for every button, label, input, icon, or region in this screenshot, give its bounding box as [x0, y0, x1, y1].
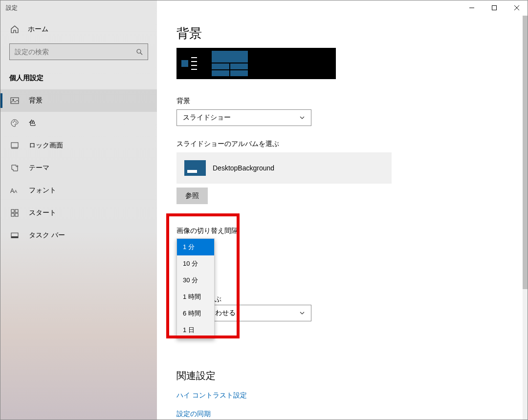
page-title: 背景 — [176, 25, 508, 42]
scrollbar-track[interactable] — [523, 16, 528, 420]
svg-rect-18 — [15, 213, 18, 216]
album-name: DesktopBackground — [213, 164, 274, 172]
home-label: ホーム — [28, 25, 48, 34]
interval-option-30min[interactable]: 30 分 — [177, 272, 214, 289]
svg-point-4 — [137, 49, 141, 53]
background-label: 背景 — [176, 97, 508, 105]
svg-rect-17 — [11, 213, 14, 216]
sidebar-item-label: 色 — [29, 119, 36, 127]
sidebar-item-background[interactable]: 背景 — [0, 89, 157, 112]
fit-label-partial: ぶ — [215, 295, 221, 304]
sync-settings-link[interactable]: 設定の同期 — [176, 410, 508, 419]
picture-icon — [10, 96, 19, 105]
album-label: スライドショーのアルバムを選ぶ — [176, 140, 508, 148]
svg-rect-15 — [11, 210, 14, 212]
album-thumbnail — [184, 160, 206, 176]
lock-screen-icon — [10, 141, 19, 150]
sidebar: ホーム 個人用設定 背景 色 ロック画面 — [0, 0, 157, 420]
interval-option-6hour[interactable]: 6 時間 — [177, 305, 214, 322]
maximize-button[interactable] — [483, 0, 506, 16]
sidebar-item-lockscreen[interactable]: ロック画面 — [0, 134, 157, 157]
svg-rect-20 — [11, 236, 18, 238]
font-icon: AA — [10, 186, 19, 195]
home-button[interactable]: ホーム — [0, 20, 157, 39]
related-settings-title: 関連設定 — [176, 369, 508, 382]
palette-icon — [10, 119, 19, 127]
svg-point-9 — [14, 121, 15, 122]
close-button[interactable] — [506, 0, 528, 16]
background-dropdown[interactable]: スライドショー — [176, 109, 311, 126]
sidebar-item-label: テーマ — [29, 164, 49, 172]
sidebar-item-label: 背景 — [29, 96, 43, 105]
titlebar: 設定 — [0, 0, 528, 16]
sidebar-item-label: スタート — [29, 209, 56, 217]
svg-rect-1 — [492, 6, 497, 10]
svg-text:A: A — [10, 188, 14, 194]
interval-option-1day[interactable]: 1 日 — [177, 322, 214, 338]
search-icon — [136, 48, 143, 55]
preview-start-icon — [181, 60, 188, 67]
category-title: 個人用設定 — [0, 65, 157, 89]
sidebar-item-fonts[interactable]: AA フォント — [0, 179, 157, 202]
sidebar-item-themes[interactable]: テーマ — [0, 157, 157, 179]
taskbar-icon — [10, 231, 19, 240]
start-icon — [10, 209, 19, 217]
chevron-down-icon — [299, 310, 305, 316]
interval-option-1hour[interactable]: 1 時間 — [177, 289, 214, 305]
scrollbar-thumb[interactable] — [523, 16, 528, 289]
sidebar-item-taskbar[interactable]: タスク バー — [0, 224, 157, 247]
svg-rect-16 — [15, 210, 18, 212]
browse-button[interactable]: 参照 — [176, 188, 208, 204]
interval-combobox-open[interactable]: 1 分 10 分 30 分 1 時間 6 時間 1 日 — [176, 238, 215, 339]
svg-text:A: A — [14, 189, 17, 194]
svg-point-7 — [13, 99, 14, 101]
interval-option-1min[interactable]: 1 分 — [177, 239, 214, 255]
window-title: 設定 — [6, 4, 18, 12]
svg-point-8 — [13, 122, 14, 123]
search-input-wrap[interactable] — [9, 43, 148, 60]
home-icon — [10, 25, 19, 34]
sidebar-item-colors[interactable]: 色 — [0, 112, 157, 134]
chevron-down-icon — [299, 115, 305, 121]
search-input[interactable] — [15, 48, 136, 56]
high-contrast-link[interactable]: ハイ コントラスト設定 — [176, 391, 508, 400]
interval-option-10min[interactable]: 10 分 — [177, 255, 214, 272]
svg-line-5 — [140, 53, 142, 55]
sidebar-item-start[interactable]: スタート — [0, 202, 157, 224]
theme-icon — [10, 164, 19, 172]
sidebar-item-label: タスク バー — [29, 231, 65, 240]
album-box[interactable]: DesktopBackground — [176, 152, 392, 184]
minimize-button[interactable] — [461, 0, 483, 16]
background-value: スライドショー — [183, 113, 231, 122]
svg-rect-11 — [11, 143, 18, 147]
sidebar-item-label: ロック画面 — [29, 141, 63, 150]
sidebar-item-label: フォント — [29, 186, 56, 195]
main-content: 背景 背景 スライドショー スライドショーのアルバムを選ぶ DesktopBac… — [157, 0, 528, 420]
desktop-preview — [176, 48, 336, 79]
svg-point-10 — [16, 122, 17, 123]
interval-label: 画像の切り替え間隔 — [176, 227, 508, 235]
